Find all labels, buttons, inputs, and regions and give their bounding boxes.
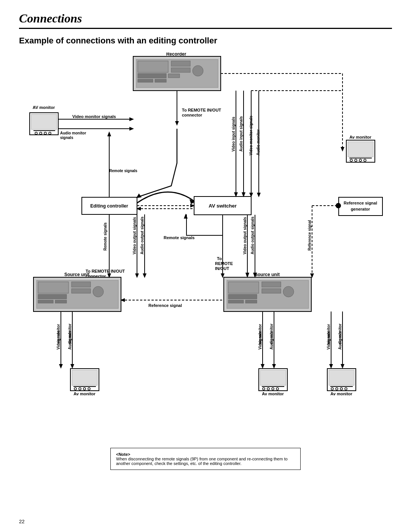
svg-marker-90: [129, 127, 134, 131]
svg-text:Audio monitor: Audio monitor: [256, 129, 260, 155]
svg-text:Source unit: Source unit: [255, 272, 280, 277]
svg-rect-2: [138, 61, 168, 72]
svg-text:Av monitor: Av monitor: [330, 391, 352, 396]
svg-text:Video output signals: Video output signals: [132, 217, 137, 254]
svg-marker-87: [129, 117, 134, 121]
svg-rect-47: [228, 282, 259, 293]
page-title: Connections: [19, 11, 392, 26]
svg-rect-48: [262, 282, 281, 287]
svg-rect-52: [228, 300, 244, 303]
svg-marker-94: [107, 131, 111, 136]
svg-marker-148: [261, 364, 264, 369]
section-title: Example of connections with an editing c…: [19, 36, 392, 46]
svg-text:REMOTE: REMOTE: [215, 261, 233, 266]
svg-text:Av monitor: Av monitor: [73, 391, 96, 396]
svg-text:Editing controller: Editing controller: [90, 203, 128, 209]
svg-text:Reference signal: Reference signal: [148, 303, 182, 308]
svg-rect-31: [339, 197, 382, 216]
svg-rect-41: [38, 294, 67, 299]
svg-rect-42: [38, 300, 53, 303]
svg-text:Remote signals: Remote signals: [164, 235, 194, 240]
svg-text:To REMOTE IN/OUT: To REMOTE IN/OUT: [86, 269, 125, 273]
svg-text:Remote signals: Remote signals: [103, 222, 107, 251]
svg-text:Audio output signals: Audio output signals: [140, 216, 144, 254]
svg-text:Av monitor: Av monitor: [349, 135, 371, 139]
svg-text:To REMOTE IN/OUT: To REMOTE IN/OUT: [182, 108, 221, 112]
svg-rect-7: [138, 79, 153, 82]
svg-text:signals: signals: [269, 331, 274, 344]
svg-marker-140: [59, 364, 63, 369]
svg-marker-142: [70, 364, 74, 369]
svg-text:signals: signals: [56, 331, 61, 344]
note-text: When disconnecting the remote signals (9…: [116, 457, 295, 466]
svg-text:To: To: [217, 256, 222, 261]
svg-rect-56: [72, 370, 97, 385]
svg-text:signals: signals: [327, 331, 331, 344]
svg-text:signals: signals: [60, 136, 73, 140]
connections-diagram: Recorder AV monitor Av monitor Editing c…: [23, 53, 388, 441]
svg-marker-150: [272, 364, 276, 369]
svg-marker-111: [257, 193, 261, 197]
svg-rect-6: [138, 73, 166, 78]
svg-rect-8: [155, 79, 166, 82]
svg-rect-39: [72, 289, 91, 293]
svg-text:generator: generator: [351, 207, 370, 211]
svg-text:Reference signal: Reference signal: [307, 220, 312, 251]
svg-marker-154: [341, 364, 344, 369]
page-number: 22: [19, 519, 24, 524]
svg-marker-117: [143, 273, 147, 278]
note-title: <Note>: [116, 452, 295, 457]
svg-rect-9: [168, 74, 180, 78]
svg-rect-20: [348, 142, 373, 157]
svg-point-40: [93, 286, 104, 297]
svg-rect-38: [72, 282, 91, 287]
svg-text:connector: connector: [86, 274, 106, 278]
svg-rect-72: [329, 370, 354, 385]
svg-rect-3: [171, 61, 190, 66]
svg-marker-85: [341, 147, 344, 152]
svg-rect-53: [245, 300, 257, 303]
svg-marker-152: [329, 364, 333, 369]
svg-rect-4: [171, 68, 190, 72]
svg-text:AV switcher: AV switcher: [209, 203, 236, 209]
svg-text:Audio monitor: Audio monitor: [60, 131, 86, 135]
title-divider: [19, 28, 392, 29]
svg-marker-115: [135, 273, 139, 278]
svg-text:IN/OUT: IN/OUT: [215, 266, 229, 271]
svg-text:Video monitor signals: Video monitor signals: [72, 114, 116, 119]
svg-text:Av monitor: Av monitor: [262, 391, 284, 396]
svg-text:AV monitor: AV monitor: [33, 105, 55, 110]
svg-text:Audio input signals: Audio input signals: [239, 116, 243, 152]
svg-rect-51: [228, 294, 257, 299]
svg-text:Video output signals: Video output signals: [243, 217, 247, 254]
svg-rect-37: [38, 282, 68, 293]
svg-rect-43: [55, 300, 67, 303]
svg-text:Remote signals: Remote signals: [109, 169, 137, 173]
svg-text:Reference signal: Reference signal: [344, 201, 377, 205]
note-box: <Note> When disconnecting the remote sig…: [110, 448, 301, 470]
svg-rect-49: [262, 289, 281, 293]
svg-point-5: [193, 66, 203, 76]
svg-text:Audio output signals: Audio output signals: [250, 216, 255, 254]
svg-text:signals: signals: [258, 331, 262, 344]
svg-rect-64: [260, 370, 286, 385]
svg-marker-170: [184, 214, 188, 219]
svg-text:connector: connector: [182, 113, 202, 117]
svg-text:signals: signals: [68, 331, 72, 344]
svg-rect-12: [31, 114, 57, 129]
svg-text:signals: signals: [338, 331, 342, 344]
svg-text:Recorder: Recorder: [166, 53, 186, 57]
svg-text:Video input signals: Video input signals: [231, 117, 236, 152]
svg-point-50: [283, 286, 294, 297]
svg-marker-80: [175, 121, 179, 126]
